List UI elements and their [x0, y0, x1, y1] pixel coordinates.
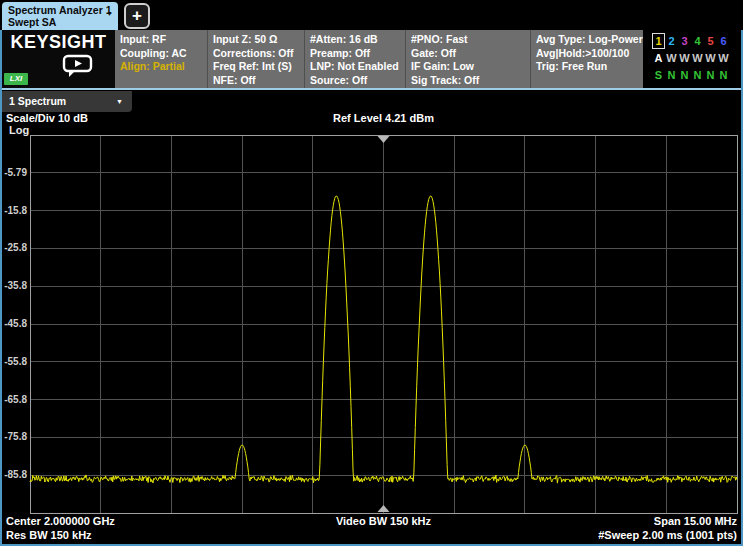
y-axis-label: -55.8: [2, 356, 27, 367]
display-area: 1 Spectrum ▼ Scale/Div 10 dB Ref Level 4…: [2, 90, 741, 542]
trace-type[interactable]: W: [691, 50, 704, 67]
spectrum-analyzer-app: Spectrum Analyzer 1 Swept SA ▼ + KEYSIGH…: [0, 0, 743, 546]
trace-number[interactable]: 6: [717, 33, 730, 50]
tab-title: Spectrum Analyzer 1: [8, 4, 112, 16]
span-label[interactable]: Span 15.00 MHz: [654, 515, 737, 527]
setting-row: Trig: Free Run: [536, 60, 643, 74]
setting-row: Corrections: Off: [213, 47, 304, 61]
res-bw-label[interactable]: Res BW 150 kHz: [6, 529, 92, 541]
log-scale-label: Log: [9, 124, 29, 136]
setting-row: Input Z: 50 Ω: [213, 33, 304, 47]
trace-number[interactable]: 4: [691, 33, 704, 50]
ref-level-label[interactable]: Ref Level 4.21 dBm: [30, 112, 737, 124]
sweep-label[interactable]: #Sweep 2.00 ms (1001 pts): [598, 529, 737, 541]
video-bw-label[interactable]: Video BW 150 kHz: [30, 515, 737, 527]
y-axis-label: -5.79: [2, 167, 27, 178]
y-axis-label: -65.8: [2, 394, 27, 405]
trace-type[interactable]: W: [704, 50, 717, 67]
trace-number[interactable]: 5: [704, 33, 717, 50]
setting-row: #PNO: Fast: [411, 33, 530, 47]
y-axis-label: -45.8: [2, 318, 27, 329]
settings-column-5[interactable]: Avg Type: Log-PowerAvg|Hold:>100/100Trig…: [530, 30, 643, 88]
y-axis-label: -35.8: [2, 280, 27, 291]
trace-type[interactable]: W: [717, 50, 730, 67]
trace-detector[interactable]: N: [691, 67, 704, 84]
settings-column-4[interactable]: #PNO: FastGate: OffIF Gain: LowSig Track…: [405, 30, 530, 88]
trace-type-row: AWWWWW: [652, 50, 741, 67]
setting-row: Align: Partial: [120, 60, 207, 74]
setting-row: LNP: Not Enabled: [310, 60, 405, 74]
trace-detector[interactable]: S: [652, 67, 665, 84]
y-axis-label: -75.8: [2, 431, 27, 442]
settings-column-2[interactable]: Input Z: 50 ΩCorrections: OffFreq Ref: I…: [207, 30, 304, 88]
brand-text: KEYSIGHT: [2, 32, 115, 53]
spectrum-plot: [2, 90, 741, 542]
trace-detector[interactable]: N: [665, 67, 678, 84]
setting-row: Gate: Off: [411, 47, 530, 61]
instrument-window: KEYSIGHT LXI Input: RFCoupling: ACAlign:…: [0, 30, 743, 546]
setting-row: Preamp: Off: [310, 47, 405, 61]
setting-row: Coupling: AC: [120, 47, 207, 61]
trace-number[interactable]: 2: [665, 33, 678, 50]
tab-spectrum-analyzer-1[interactable]: Spectrum Analyzer 1 Swept SA ▼: [2, 2, 118, 30]
center-freq-marker-top: [378, 136, 390, 143]
trace-number[interactable]: 1: [652, 33, 665, 49]
setting-row: Input: RF: [120, 33, 207, 47]
dropdown-caret-icon: ▼: [116, 91, 123, 112]
settings-bar: KEYSIGHT LXI Input: RFCoupling: ACAlign:…: [2, 30, 741, 88]
setting-row: #Atten: 16 dB: [310, 33, 405, 47]
measurement-dropdown[interactable]: 1 Spectrum ▼: [2, 91, 132, 112]
setting-row: Avg Type: Log-Power: [536, 33, 643, 47]
measurement-dropdown-label: 1 Spectrum: [9, 95, 66, 107]
settings-column-3[interactable]: #Atten: 16 dBPreamp: OffLNP: Not Enabled…: [304, 30, 405, 88]
trace-type[interactable]: W: [678, 50, 691, 67]
setting-row: Avg|Hold:>100/100: [536, 47, 643, 61]
trace-type[interactable]: W: [665, 50, 678, 67]
center-freq-marker-bottom: [378, 505, 390, 512]
settings-column-1[interactable]: Input: RFCoupling: ACAlign: Partial: [115, 30, 207, 88]
y-axis-label: -85.8: [2, 469, 27, 480]
keysight-logo: KEYSIGHT LXI: [2, 30, 115, 88]
tab-subtitle: Swept SA: [8, 16, 112, 28]
trace-number-row: 123456: [652, 33, 741, 50]
tab-caret-icon[interactable]: ▼: [106, 10, 113, 17]
setting-row: NFE: Off: [213, 74, 304, 88]
lxi-badge: LXI: [4, 73, 28, 85]
trace-detector[interactable]: N: [717, 67, 730, 84]
setting-row: IF Gain: Low: [411, 60, 530, 74]
tab-bar: Spectrum Analyzer 1 Swept SA ▼ +: [0, 0, 743, 30]
setting-row: Freq Ref: Int (S): [213, 60, 304, 74]
setting-row: Source: Off: [310, 74, 405, 88]
y-axis-label: -15.8: [2, 205, 27, 216]
trace-type[interactable]: A: [652, 50, 665, 67]
trace-detector[interactable]: N: [678, 67, 691, 84]
y-axis-label: -25.8: [2, 242, 27, 253]
chat-bubble-icon: [62, 54, 94, 84]
setting-row: Sig Track: Off: [411, 74, 530, 88]
trace-detector-row: SNNNNN: [652, 67, 741, 84]
trace-detector[interactable]: N: [704, 67, 717, 84]
new-tab-button[interactable]: +: [124, 3, 150, 29]
trace-status-panel[interactable]: 123456AWWWWWSNNNNN: [643, 30, 741, 88]
trace-number[interactable]: 3: [678, 33, 691, 50]
settings-columns: Input: RFCoupling: ACAlign: PartialInput…: [115, 30, 643, 88]
